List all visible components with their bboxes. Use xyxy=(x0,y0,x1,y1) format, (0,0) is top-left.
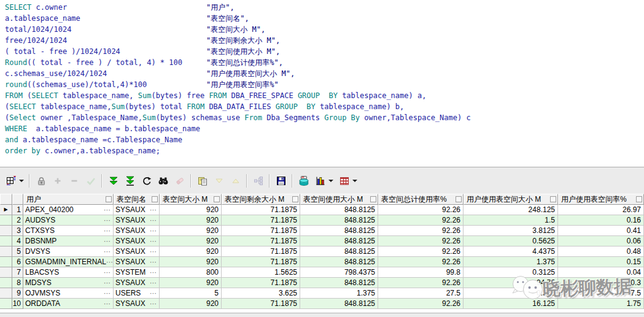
row-indicator-cell[interactable] xyxy=(0,278,12,288)
cell-ts-size[interactable]: 920 xyxy=(160,278,222,288)
cell-ellipsis-button[interactable]: ⋯ xyxy=(150,279,157,287)
cell-ts-free[interactable]: 71.1875 xyxy=(222,205,300,215)
cell-user-used-pct[interactable]: 10.3 xyxy=(558,278,644,288)
cell-ts-free[interactable]: 1.5625 xyxy=(222,267,300,278)
cell-ts-used[interactable]: 1.375 xyxy=(300,288,378,299)
grid-options-button[interactable] xyxy=(2,174,19,189)
column-header-user-used[interactable]: 用户使用表空间大小 M xyxy=(464,194,558,205)
row-indicator-cell[interactable] xyxy=(0,267,12,278)
column-grip-icon[interactable] xyxy=(214,196,220,202)
cell-owner[interactable]: CTXSYS⋯ xyxy=(23,226,114,236)
cell-owner[interactable]: MDSYS⋯ xyxy=(23,278,114,288)
row-indicator-cell[interactable] xyxy=(0,215,12,226)
column-grip-icon[interactable] xyxy=(370,196,376,202)
find-button[interactable] xyxy=(155,174,171,189)
row-number-cell[interactable]: 10 xyxy=(12,299,23,309)
row-indicator-cell[interactable]: ▶ xyxy=(0,205,12,215)
cell-user-used[interactable]: 94.75 xyxy=(464,278,558,288)
cell-ts-used-pct[interactable]: 92.26 xyxy=(378,257,464,267)
cell-ts-free[interactable]: 71.1875 xyxy=(222,257,300,267)
grid-options-caret[interactable] xyxy=(19,180,24,182)
row-indicator-cell[interactable] xyxy=(0,288,12,299)
export-dataset-button[interactable] xyxy=(336,174,352,189)
cell-owner[interactable]: DVSYS⋯ xyxy=(23,246,114,257)
sql-editor[interactable]: SELECT c.owner"用户",a.tablespace_name"表空间… xyxy=(0,0,644,167)
cell-user-used-pct[interactable]: 1.75 xyxy=(558,299,644,309)
row-number-cell[interactable]: 4 xyxy=(12,236,23,246)
cell-ellipsis-button[interactable]: ⋯ xyxy=(150,248,157,256)
cell-user-used-pct[interactable]: 0.16 xyxy=(558,215,644,226)
cell-ellipsis-button[interactable]: ⋯ xyxy=(104,248,111,256)
column-header-tablespace-name[interactable]: 表空间名 xyxy=(114,194,160,205)
cell-user-used[interactable]: 3.8125 xyxy=(464,226,558,236)
cell-owner[interactable]: ORDDATA⋯ xyxy=(23,299,114,309)
cell-ellipsis-button[interactable]: ⋯ xyxy=(104,237,111,245)
cell-user-used-pct[interactable]: 0.41 xyxy=(558,226,644,236)
cell-ellipsis-button[interactable]: ⋯ xyxy=(150,227,157,235)
cell-ts-size[interactable]: 920 xyxy=(160,215,222,226)
cell-ts-free[interactable]: 3.625 xyxy=(222,288,300,299)
cell-tablespace-name[interactable]: SYSAUX⋯ xyxy=(114,257,160,267)
cell-ts-used[interactable]: 848.8125 xyxy=(300,215,378,226)
row-indicator-cell[interactable] xyxy=(0,257,12,267)
export-caret[interactable] xyxy=(352,180,357,182)
row-number-cell[interactable]: 5 xyxy=(12,246,23,257)
cell-ts-used-pct[interactable]: 92.26 xyxy=(378,205,464,215)
cell-ts-size[interactable]: 920 xyxy=(160,205,222,215)
cell-ellipsis-button[interactable]: ⋯ xyxy=(150,289,157,297)
cell-ellipsis-button[interactable]: ⋯ xyxy=(104,279,111,287)
fetch-last-page-button[interactable] xyxy=(122,174,138,189)
cell-ts-free[interactable]: 71.1875 xyxy=(222,246,300,257)
cell-ts-used-pct[interactable]: 92.26 xyxy=(378,278,464,288)
row-number-cell[interactable]: 9 xyxy=(12,288,23,299)
cell-ts-used[interactable]: 848.8125 xyxy=(300,257,378,267)
cell-ellipsis-button[interactable]: ⋯ xyxy=(150,216,157,224)
cell-tablespace-name[interactable]: SYSAUX⋯ xyxy=(114,205,160,215)
cell-ellipsis-button[interactable]: ⋯ xyxy=(150,269,157,277)
cell-user-used[interactable]: 248.125 xyxy=(464,205,558,215)
cell-user-used[interactable]: 0.3125 xyxy=(464,267,558,278)
mass-update-button[interactable] xyxy=(295,174,312,189)
column-grip-icon[interactable] xyxy=(106,196,112,202)
cell-tablespace-name[interactable]: USERS⋯ xyxy=(114,288,160,299)
cell-user-used[interactable]: 1.375 xyxy=(464,257,558,267)
fetch-all-rows-button[interactable] xyxy=(105,174,122,189)
column-header-ts-size[interactable]: 表空间大小 M xyxy=(160,194,222,205)
cell-owner[interactable]: DBSNMP⋯ xyxy=(23,236,114,246)
cell-ellipsis-button[interactable]: ⋯ xyxy=(106,258,114,266)
cell-ts-size[interactable]: 800 xyxy=(160,267,222,278)
cell-ts-used-pct[interactable]: 99.8 xyxy=(378,267,464,278)
cell-user-used-pct[interactable]: 26.97 xyxy=(558,205,644,215)
cell-owner[interactable]: GSMADMIN_INTERNAL⋯ xyxy=(23,257,114,267)
column-grip-icon[interactable] xyxy=(550,196,556,202)
cell-ts-free[interactable]: 71.1875 xyxy=(222,215,300,226)
cell-user-used-pct[interactable]: 0.04 xyxy=(558,267,644,278)
cell-user-used-pct[interactable]: 7.5 xyxy=(558,288,644,299)
row-number-cell[interactable]: 6 xyxy=(12,257,23,267)
cell-ts-used[interactable]: 848.8125 xyxy=(300,278,378,288)
column-header-ts-used-pct[interactable]: 表空间总计使用率% xyxy=(378,194,464,205)
refresh-button[interactable] xyxy=(138,174,155,189)
cell-owner[interactable]: LBACSYS⋯ xyxy=(23,267,114,278)
cell-user-used-pct[interactable]: 0.15 xyxy=(558,257,644,267)
cell-ts-size[interactable]: 920 xyxy=(160,246,222,257)
cell-ellipsis-button[interactable]: ⋯ xyxy=(104,227,111,235)
cell-ts-free[interactable]: 71.1875 xyxy=(222,299,300,309)
cell-owner[interactable]: OJVMSYS⋯ xyxy=(23,288,114,299)
cell-user-used[interactable]: 0.375 xyxy=(464,288,558,299)
row-number-cell[interactable]: 3 xyxy=(12,226,23,236)
cell-ts-used[interactable]: 848.8125 xyxy=(300,246,378,257)
cell-user-used-pct[interactable]: 0.06 xyxy=(558,236,644,246)
cell-ts-free[interactable]: 71.1875 xyxy=(222,236,300,246)
column-grip-icon[interactable] xyxy=(636,196,642,202)
cell-ts-size[interactable]: 920 xyxy=(160,299,222,309)
cell-ellipsis-button[interactable]: ⋯ xyxy=(104,216,111,224)
cell-ts-used-pct[interactable]: 92.26 xyxy=(378,215,464,226)
row-indicator-cell[interactable] xyxy=(0,246,12,257)
cell-ts-used-pct[interactable]: 92.26 xyxy=(378,299,464,309)
cell-ts-used[interactable]: 848.8125 xyxy=(300,226,378,236)
cell-ts-used[interactable]: 848.8125 xyxy=(300,236,378,246)
cell-tablespace-name[interactable]: SYSAUX⋯ xyxy=(114,226,160,236)
cell-tablespace-name[interactable]: SYSAUX⋯ xyxy=(114,278,160,288)
row-number-cell[interactable]: 1 xyxy=(12,205,23,215)
